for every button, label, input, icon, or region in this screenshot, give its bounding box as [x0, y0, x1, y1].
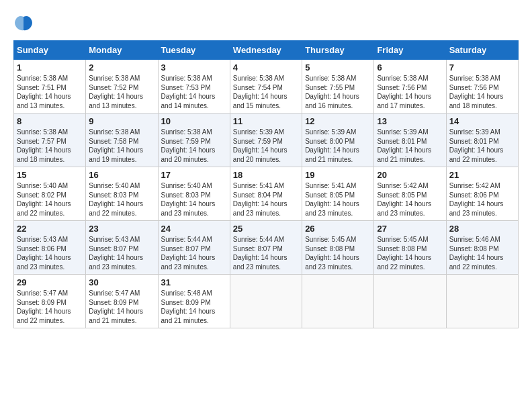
day-number: 18 [233, 170, 299, 180]
day-info: Sunrise: 5:38 AM Sunset: 7:58 PM Dayligh… [89, 128, 154, 164]
day-info: Sunrise: 5:40 AM Sunset: 8:03 PM Dayligh… [161, 181, 227, 218]
day-number: 25 [233, 224, 299, 234]
calendar-cell-2-5: 12Sunrise: 5:39 AM Sunset: 8:00 PM Dayli… [302, 113, 374, 167]
calendar-cell-5-6 [374, 275, 446, 328]
day-info: Sunrise: 5:45 AM Sunset: 8:08 PM Dayligh… [377, 235, 443, 271]
day-number: 11 [233, 116, 299, 126]
page-header [13, 13, 519, 34]
day-number: 17 [161, 170, 227, 180]
col-header-saturday: Saturday [446, 41, 518, 60]
day-number: 10 [161, 116, 227, 126]
day-info: Sunrise: 5:39 AM Sunset: 8:01 PM Dayligh… [449, 128, 515, 164]
day-number: 29 [17, 277, 83, 287]
day-info: Sunrise: 5:38 AM Sunset: 7:51 PM Dayligh… [17, 74, 83, 110]
day-info: Sunrise: 5:40 AM Sunset: 8:02 PM Dayligh… [17, 181, 83, 218]
calendar-cell-1-1: 1Sunrise: 5:38 AM Sunset: 7:51 PM Daylig… [14, 60, 86, 113]
day-number: 27 [377, 224, 443, 234]
calendar-header-row: SundayMondayTuesdayWednesdayThursdayFrid… [14, 41, 519, 60]
day-number: 31 [161, 277, 227, 287]
day-number: 8 [17, 116, 83, 126]
calendar-cell-2-2: 9Sunrise: 5:38 AM Sunset: 7:58 PM Daylig… [86, 113, 158, 167]
calendar-cell-5-1: 29Sunrise: 5:47 AM Sunset: 8:09 PM Dayli… [14, 275, 86, 328]
calendar: SundayMondayTuesdayWednesdayThursdayFrid… [13, 40, 519, 328]
day-number: 15 [17, 170, 83, 180]
day-info: Sunrise: 5:43 AM Sunset: 8:06 PM Dayligh… [17, 235, 83, 271]
day-number: 14 [449, 116, 515, 126]
calendar-cell-4-3: 24Sunrise: 5:44 AM Sunset: 8:07 PM Dayli… [158, 221, 230, 275]
calendar-week-5: 29Sunrise: 5:47 AM Sunset: 8:09 PM Dayli… [14, 275, 519, 328]
calendar-cell-3-3: 17Sunrise: 5:40 AM Sunset: 8:03 PM Dayli… [158, 167, 230, 221]
calendar-cell-3-5: 19Sunrise: 5:41 AM Sunset: 8:05 PM Dayli… [302, 167, 374, 221]
calendar-cell-3-4: 18Sunrise: 5:41 AM Sunset: 8:04 PM Dayli… [230, 167, 302, 221]
day-info: Sunrise: 5:42 AM Sunset: 8:06 PM Dayligh… [449, 181, 515, 218]
calendar-cell-4-5: 26Sunrise: 5:45 AM Sunset: 8:08 PM Dayli… [302, 221, 374, 275]
col-header-friday: Friday [374, 41, 446, 60]
calendar-cell-2-6: 13Sunrise: 5:39 AM Sunset: 8:01 PM Dayli… [374, 113, 446, 167]
day-info: Sunrise: 5:42 AM Sunset: 8:05 PM Dayligh… [377, 181, 443, 218]
col-header-thursday: Thursday [302, 41, 374, 60]
day-number: 24 [161, 224, 227, 234]
day-number: 12 [305, 116, 371, 126]
col-header-tuesday: Tuesday [158, 41, 230, 60]
day-info: Sunrise: 5:38 AM Sunset: 7:52 PM Dayligh… [89, 74, 154, 110]
day-number: 22 [17, 224, 83, 234]
col-header-wednesday: Wednesday [230, 41, 302, 60]
day-info: Sunrise: 5:38 AM Sunset: 7:54 PM Dayligh… [233, 74, 299, 110]
calendar-cell-4-4: 25Sunrise: 5:44 AM Sunset: 8:07 PM Dayli… [230, 221, 302, 275]
calendar-cell-5-2: 30Sunrise: 5:47 AM Sunset: 8:09 PM Dayli… [86, 275, 158, 328]
day-number: 2 [89, 62, 154, 73]
calendar-cell-4-6: 27Sunrise: 5:45 AM Sunset: 8:08 PM Dayli… [374, 221, 446, 275]
day-info: Sunrise: 5:38 AM Sunset: 7:55 PM Dayligh… [305, 74, 371, 110]
calendar-cell-3-6: 20Sunrise: 5:42 AM Sunset: 8:05 PM Dayli… [374, 167, 446, 221]
day-info: Sunrise: 5:41 AM Sunset: 8:04 PM Dayligh… [233, 181, 299, 218]
calendar-cell-4-7: 28Sunrise: 5:46 AM Sunset: 8:08 PM Dayli… [446, 221, 518, 275]
day-number: 1 [17, 62, 83, 73]
calendar-cell-1-3: 3Sunrise: 5:38 AM Sunset: 7:53 PM Daylig… [158, 60, 230, 113]
day-info: Sunrise: 5:38 AM Sunset: 7:56 PM Dayligh… [377, 74, 443, 110]
calendar-cell-5-4 [230, 275, 302, 328]
day-number: 5 [305, 62, 371, 73]
day-info: Sunrise: 5:44 AM Sunset: 8:07 PM Dayligh… [233, 235, 299, 271]
day-number: 3 [161, 62, 227, 73]
day-number: 4 [233, 62, 299, 73]
day-info: Sunrise: 5:45 AM Sunset: 8:08 PM Dayligh… [305, 235, 371, 271]
logo [13, 13, 35, 34]
day-info: Sunrise: 5:46 AM Sunset: 8:08 PM Dayligh… [449, 235, 515, 271]
day-number: 30 [89, 277, 154, 287]
day-info: Sunrise: 5:39 AM Sunset: 8:00 PM Dayligh… [305, 128, 371, 164]
calendar-cell-3-2: 16Sunrise: 5:40 AM Sunset: 8:03 PM Dayli… [86, 167, 158, 221]
day-number: 7 [449, 62, 515, 73]
day-number: 6 [377, 62, 443, 73]
calendar-week-2: 8Sunrise: 5:38 AM Sunset: 7:57 PM Daylig… [14, 113, 519, 167]
calendar-cell-3-1: 15Sunrise: 5:40 AM Sunset: 8:02 PM Dayli… [14, 167, 86, 221]
day-info: Sunrise: 5:43 AM Sunset: 8:07 PM Dayligh… [89, 235, 154, 271]
day-info: Sunrise: 5:38 AM Sunset: 7:59 PM Dayligh… [161, 128, 227, 164]
calendar-cell-4-2: 23Sunrise: 5:43 AM Sunset: 8:07 PM Dayli… [86, 221, 158, 275]
day-info: Sunrise: 5:38 AM Sunset: 7:56 PM Dayligh… [449, 74, 515, 110]
day-info: Sunrise: 5:44 AM Sunset: 8:07 PM Dayligh… [161, 235, 227, 271]
calendar-cell-1-4: 4Sunrise: 5:38 AM Sunset: 7:54 PM Daylig… [230, 60, 302, 113]
logo-icon [13, 13, 34, 34]
calendar-cell-2-1: 8Sunrise: 5:38 AM Sunset: 7:57 PM Daylig… [14, 113, 86, 167]
calendar-week-1: 1Sunrise: 5:38 AM Sunset: 7:51 PM Daylig… [14, 60, 519, 113]
day-info: Sunrise: 5:39 AM Sunset: 7:59 PM Dayligh… [233, 128, 299, 164]
calendar-cell-1-5: 5Sunrise: 5:38 AM Sunset: 7:55 PM Daylig… [302, 60, 374, 113]
day-number: 21 [449, 170, 515, 180]
col-header-sunday: Sunday [14, 41, 86, 60]
day-number: 23 [89, 224, 154, 234]
day-info: Sunrise: 5:48 AM Sunset: 8:09 PM Dayligh… [161, 289, 227, 325]
day-info: Sunrise: 5:38 AM Sunset: 7:53 PM Dayligh… [161, 74, 227, 110]
calendar-cell-1-6: 6Sunrise: 5:38 AM Sunset: 7:56 PM Daylig… [374, 60, 446, 113]
calendar-cell-5-5 [302, 275, 374, 328]
calendar-cell-2-3: 10Sunrise: 5:38 AM Sunset: 7:59 PM Dayli… [158, 113, 230, 167]
day-info: Sunrise: 5:39 AM Sunset: 8:01 PM Dayligh… [377, 128, 443, 164]
calendar-cell-1-2: 2Sunrise: 5:38 AM Sunset: 7:52 PM Daylig… [86, 60, 158, 113]
day-number: 13 [377, 116, 443, 126]
day-info: Sunrise: 5:47 AM Sunset: 8:09 PM Dayligh… [17, 289, 83, 325]
day-number: 28 [449, 224, 515, 234]
day-info: Sunrise: 5:40 AM Sunset: 8:03 PM Dayligh… [89, 181, 154, 218]
day-info: Sunrise: 5:47 AM Sunset: 8:09 PM Dayligh… [89, 289, 154, 325]
day-number: 19 [305, 170, 371, 180]
col-header-monday: Monday [86, 41, 158, 60]
calendar-cell-1-7: 7Sunrise: 5:38 AM Sunset: 7:56 PM Daylig… [446, 60, 518, 113]
